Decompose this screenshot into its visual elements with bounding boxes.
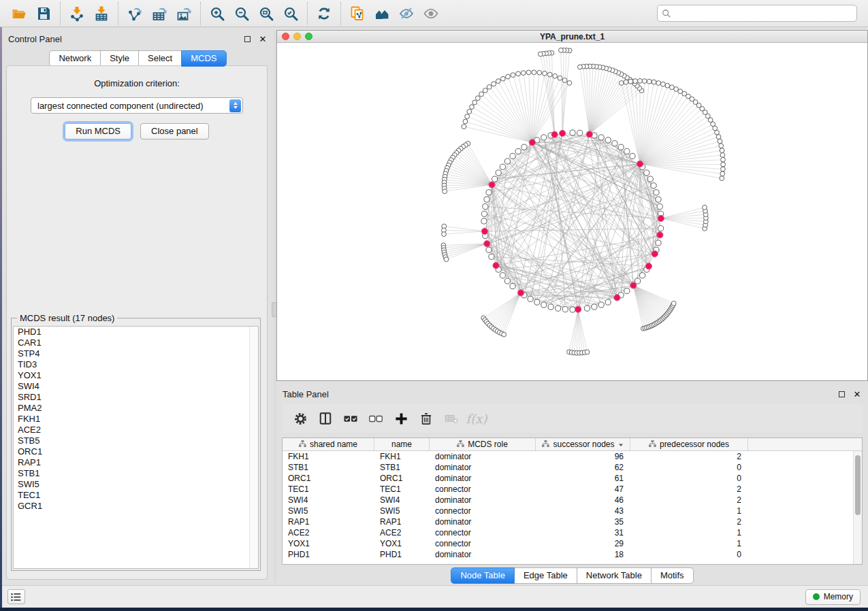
network-node[interactable]	[492, 176, 498, 182]
float-panel-button[interactable]	[242, 34, 252, 44]
network-node[interactable]	[500, 164, 505, 169]
leaf-node[interactable]	[647, 79, 652, 84]
leaf-node[interactable]	[721, 162, 726, 167]
leaf-node[interactable]	[670, 85, 675, 90]
list-item[interactable]: SRD1	[14, 392, 258, 403]
leaf-node[interactable]	[652, 80, 656, 84]
leaf-node[interactable]	[470, 105, 475, 110]
criterion-select[interactable]: largest connected component (undirected)	[31, 97, 243, 114]
float-table-panel-button[interactable]	[837, 389, 846, 399]
list-item[interactable]: ACE2	[14, 425, 258, 435]
tab-select[interactable]: Select	[138, 50, 182, 67]
list-item[interactable]: PHD1	[14, 327, 258, 337]
dominator-node[interactable]	[575, 306, 581, 312]
table-row[interactable]: RAP1RAP1dominator352	[283, 516, 862, 527]
dominator-node[interactable]	[630, 282, 637, 288]
import-network-icon[interactable]	[65, 3, 89, 24]
network-node[interactable]	[570, 307, 575, 312]
dominator-node[interactable]	[586, 131, 592, 137]
network-node[interactable]	[548, 304, 553, 310]
close-panel-button[interactable]: ✕	[258, 34, 268, 44]
list-item[interactable]: SWI4	[14, 381, 258, 392]
import-table-icon[interactable]	[89, 3, 114, 24]
tab-motifs[interactable]: Motifs	[651, 567, 694, 584]
zoom-fit-icon[interactable]	[254, 3, 278, 24]
leaf-node[interactable]	[720, 148, 724, 153]
network-node[interactable]	[658, 226, 664, 231]
leaf-node[interactable]	[638, 79, 643, 84]
table-row[interactable]: ACE2ACE2connector311	[283, 527, 862, 538]
show-graphics-details-icon[interactable]	[419, 3, 443, 24]
network-node[interactable]	[605, 299, 611, 305]
list-item[interactable]: ORC1	[14, 446, 258, 457]
tab-network-table[interactable]: Network Table	[577, 567, 652, 584]
list-item[interactable]: FKH1	[14, 414, 258, 425]
leaf-node[interactable]	[656, 81, 661, 86]
network-node[interactable]	[489, 254, 494, 259]
leaf-node[interactable]	[720, 153, 725, 158]
network-node[interactable]	[541, 302, 547, 308]
dominator-node[interactable]	[658, 215, 664, 221]
dominator-node[interactable]	[657, 232, 663, 238]
network-node[interactable]	[598, 302, 604, 308]
refresh-view-icon[interactable]	[312, 3, 336, 24]
list-item[interactable]: YOX1	[14, 370, 258, 381]
leaf-node[interactable]	[526, 70, 531, 75]
leaf-node[interactable]	[442, 232, 447, 237]
network-node[interactable]	[570, 130, 575, 135]
deselect-all-rows-icon[interactable]	[367, 410, 385, 427]
table-row[interactable]: PHD1PHD1dominator180	[283, 549, 862, 560]
network-node[interactable]	[481, 211, 487, 216]
save-session-icon[interactable]	[31, 3, 56, 24]
network-node[interactable]	[515, 148, 521, 154]
leaf-node[interactable]	[703, 205, 707, 210]
list-item[interactable]: STB5	[14, 435, 258, 446]
leaf-node[interactable]	[719, 144, 724, 148]
network-node[interactable]	[657, 204, 662, 210]
close-panel-action-button[interactable]: Close panel	[140, 123, 209, 139]
network-node[interactable]	[612, 141, 617, 146]
leaf-node[interactable]	[642, 79, 647, 84]
network-node[interactable]	[484, 197, 489, 202]
network-node[interactable]	[562, 307, 568, 312]
leaf-node[interactable]	[537, 70, 542, 75]
dominator-node[interactable]	[614, 295, 620, 301]
leaf-node[interactable]	[562, 78, 567, 83]
network-node[interactable]	[481, 218, 487, 224]
leaf-node[interactable]	[559, 48, 564, 53]
table-row[interactable]: TEC1TEC1connector472	[283, 484, 862, 495]
leaf-node[interactable]	[558, 76, 562, 80]
leaf-node[interactable]	[496, 79, 500, 84]
first-neighbors-icon[interactable]	[370, 3, 394, 24]
leaf-node[interactable]	[502, 332, 507, 337]
leaf-node[interactable]	[721, 167, 726, 171]
list-scrollbar[interactable]	[249, 327, 258, 568]
dominator-node[interactable]	[645, 263, 652, 269]
leaf-node[interactable]	[476, 96, 481, 101]
leaf-node[interactable]	[521, 71, 526, 76]
network-node[interactable]	[528, 296, 533, 301]
mcds-result-list[interactable]: PHD1CAR1STP4TID3YOX1SWI4SRD1PMA2FKH1ACE2…	[13, 326, 259, 569]
network-node[interactable]	[624, 288, 630, 294]
leaf-node[interactable]	[619, 81, 624, 86]
leaf-node[interactable]	[492, 82, 496, 86]
leaf-node[interactable]	[538, 52, 543, 56]
network-node[interactable]	[618, 144, 624, 150]
leaf-node[interactable]	[479, 92, 484, 97]
select-all-rows-icon[interactable]	[342, 410, 359, 427]
leaf-node[interactable]	[715, 130, 720, 135]
dominator-node[interactable]	[529, 139, 535, 146]
network-window-titlebar[interactable]: YPA_prune.txt_1	[277, 31, 867, 43]
leaf-node[interactable]	[718, 139, 722, 144]
leaf-node[interactable]	[547, 72, 552, 77]
leaf-node[interactable]	[483, 88, 487, 93]
column-header-name[interactable]: name	[374, 438, 430, 450]
leaf-node[interactable]	[532, 70, 536, 75]
leaf-node[interactable]	[578, 65, 583, 69]
scrollbar-thumb[interactable]	[855, 455, 861, 515]
close-table-panel-button[interactable]: ✕	[852, 389, 862, 399]
leaf-node[interactable]	[716, 135, 721, 139]
dominator-node[interactable]	[481, 228, 487, 234]
network-node[interactable]	[496, 170, 501, 176]
table-row[interactable]: FKH1FKH1dominator962	[283, 451, 862, 462]
